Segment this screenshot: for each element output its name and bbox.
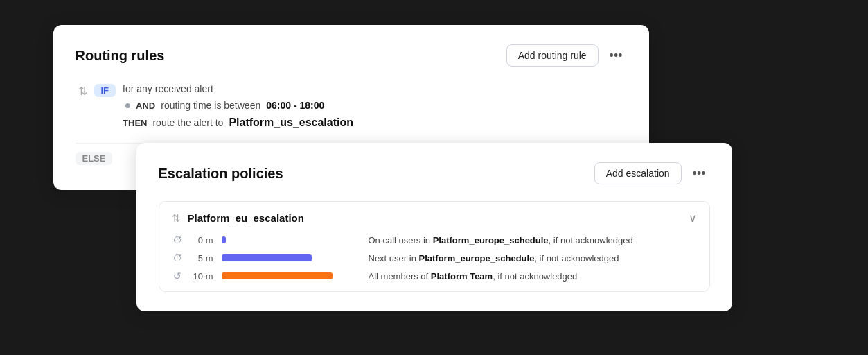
esc-desc-1: Next user in Platform_europe_schedule, i…: [369, 253, 619, 263]
esc-bar-wrap-0: [222, 236, 360, 243]
esc-bar-wrap-1: [222, 254, 360, 261]
chevron-down-icon[interactable]: ∨: [689, 211, 697, 225]
esc-bold-1: Platform_europe_schedule: [418, 253, 534, 263]
esc-desc-0: On call users in Platform_europe_schedul…: [369, 235, 633, 245]
then-label: THEN: [123, 118, 147, 128]
time-range: 06:00 - 18:00: [266, 100, 324, 111]
and-text: routing time is between: [161, 100, 260, 111]
esc-bar-1: [222, 254, 312, 261]
clock-icon-0: ⏱: [172, 234, 183, 245]
drag-handle-icon[interactable]: ⇅: [78, 85, 87, 98]
esc-bar-2: [222, 272, 333, 279]
then-text: route the alert to: [152, 117, 223, 128]
esc-time-2: 10 m: [191, 271, 213, 282]
esc-bold-2: Platform Team: [431, 271, 493, 282]
refresh-icon-2: ↺: [172, 270, 183, 282]
escalation-actions: Add escalation •••: [594, 162, 710, 184]
and-dot: [125, 103, 130, 108]
add-routing-rule-button[interactable]: Add routing rule: [506, 44, 599, 67]
esc-time-0: 0 m: [191, 235, 213, 245]
rule-row: ⇅ IF for any received alert AND routing …: [76, 83, 627, 129]
esc-bold-0: Platform_europe_schedule: [433, 235, 549, 245]
routing-more-icon: •••: [610, 49, 623, 62]
and-label: AND: [136, 101, 155, 111]
escalation-policies-card: Escalation policies Add escalation ••• ⇅…: [136, 143, 732, 311]
clock-icon-1: ⏱: [172, 252, 183, 263]
escalation-steps: ⏱ 0 m On call users in Platform_europe_s…: [172, 234, 697, 282]
escalation-card-header: Escalation policies Add escalation •••: [159, 162, 710, 184]
routing-more-button[interactable]: •••: [605, 46, 627, 66]
escalation-step-2: ↺ 10 m All members of Platform Team, if …: [172, 270, 697, 282]
routing-title: Routing rules: [76, 48, 165, 64]
esc-time-1: 5 m: [191, 253, 213, 263]
routing-card-header: Routing rules Add routing rule •••: [76, 44, 627, 67]
rule-and-line: AND routing time is between 06:00 - 18:0…: [125, 100, 623, 111]
escalation-item-left: ⇅ Platform_eu_escalation: [172, 212, 304, 225]
escalation-step-0: ⏱ 0 m On call users in Platform_europe_s…: [172, 234, 697, 245]
else-badge: ELSE: [76, 152, 113, 165]
rule-if-line: for any received alert: [123, 83, 623, 94]
routing-actions: Add routing rule •••: [506, 44, 627, 67]
escalation-more-icon: •••: [693, 166, 706, 180]
escalation-step-1: ⏱ 5 m Next user in Platform_europe_sched…: [172, 252, 697, 263]
then-target: Platform_us_escalation: [229, 116, 353, 129]
if-badge: IF: [94, 84, 116, 97]
escalation-policy-name: Platform_eu_escalation: [188, 212, 304, 224]
escalation-drag-handle[interactable]: ⇅: [172, 212, 181, 225]
escalation-item-header: ⇅ Platform_eu_escalation ∨: [172, 211, 697, 225]
rule-content: for any received alert AND routing time …: [123, 83, 623, 129]
esc-bar-0: [222, 236, 226, 243]
add-escalation-button[interactable]: Add escalation: [594, 162, 682, 184]
esc-desc-2: All members of Platform Team, if not ack…: [369, 271, 578, 282]
escalation-title: Escalation policies: [159, 166, 283, 182]
rule-if-text: for any received alert: [123, 83, 213, 94]
esc-bar-wrap-2: [222, 272, 360, 279]
escalation-policy-item: ⇅ Platform_eu_escalation ∨ ⏱ 0 m On call…: [159, 201, 710, 292]
escalation-more-button[interactable]: •••: [689, 164, 710, 184]
rule-then-line: THEN route the alert to Platform_us_esca…: [123, 116, 623, 129]
